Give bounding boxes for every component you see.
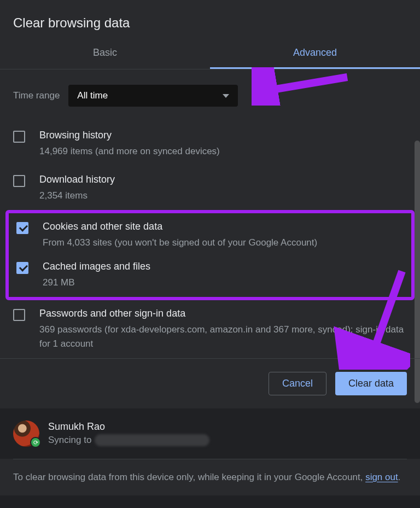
tab-basic[interactable]: Basic	[0, 39, 210, 69]
info-text-before: To clear browsing data from this device …	[13, 472, 365, 482]
avatar-wrap: ⟳	[13, 421, 39, 447]
item-title: Passwords and other sign-in data	[39, 308, 407, 319]
checkbox-browsing-history[interactable]	[13, 131, 25, 143]
clear-browsing-dialog: Clear browsing data Basic Advanced Time …	[0, 0, 420, 495]
time-range-value: All time	[77, 90, 108, 101]
checkbox-cached[interactable]	[16, 262, 28, 274]
account-name: Sumukh Rao	[48, 421, 209, 433]
item-subtitle: From 4,033 sites (you won't be signed ou…	[43, 236, 317, 250]
dialog-header: Clear browsing data	[0, 0, 420, 39]
item-subtitle: 2,354 items	[39, 189, 115, 203]
list-item: Browsing history 14,969 items (and more …	[0, 122, 420, 166]
account-section: ⟳ Sumukh Rao Syncing to	[0, 408, 420, 459]
annotation-highlight-box: Cookies and other site data From 4,033 s…	[5, 210, 415, 300]
data-list: Browsing history 14,969 items (and more …	[0, 122, 420, 358]
time-range-row: Time range All time	[0, 78, 420, 122]
list-item: Download history 2,354 items	[0, 166, 420, 211]
item-title: Cached images and files	[43, 261, 150, 272]
clear-data-button[interactable]: Clear data	[335, 372, 407, 395]
checkbox-cookies[interactable]	[16, 222, 28, 234]
item-title: Cookies and other site data	[43, 221, 317, 232]
info-text: To clear browsing data from this device …	[0, 459, 420, 495]
checkbox-passwords[interactable]	[13, 309, 25, 321]
item-title: Browsing history	[39, 130, 220, 141]
checkbox-download-history[interactable]	[13, 175, 25, 187]
item-subtitle: 369 passwords (for xda-developers.com, a…	[39, 323, 407, 351]
tab-bar: Basic Advanced	[0, 39, 420, 69]
item-subtitle: 14,969 items (and more on synced devices…	[39, 144, 220, 159]
dialog-footer: Cancel Clear data	[0, 358, 420, 408]
info-text-after: .	[398, 472, 401, 482]
item-title: Download history	[39, 174, 115, 185]
chevron-down-icon	[223, 94, 229, 98]
list-item: Passwords and other sign-in data 369 pas…	[0, 300, 420, 358]
syncing-label: Syncing to	[48, 435, 91, 446]
time-range-select[interactable]: All time	[68, 85, 238, 107]
syncing-email-redacted	[95, 434, 209, 446]
content-area: Time range All time Browsing history 14,…	[0, 69, 420, 358]
list-item: Cookies and other site data From 4,033 s…	[9, 215, 411, 255]
tab-advanced[interactable]: Advanced	[210, 39, 420, 69]
dialog-title: Clear browsing data	[13, 15, 407, 31]
sync-icon: ⟳	[30, 437, 41, 448]
item-subtitle: 291 MB	[43, 276, 150, 290]
sign-out-link[interactable]: sign out	[365, 472, 398, 482]
list-item: Cached images and files 291 MB	[9, 255, 411, 295]
cancel-button[interactable]: Cancel	[269, 372, 326, 395]
time-range-label: Time range	[13, 90, 60, 101]
